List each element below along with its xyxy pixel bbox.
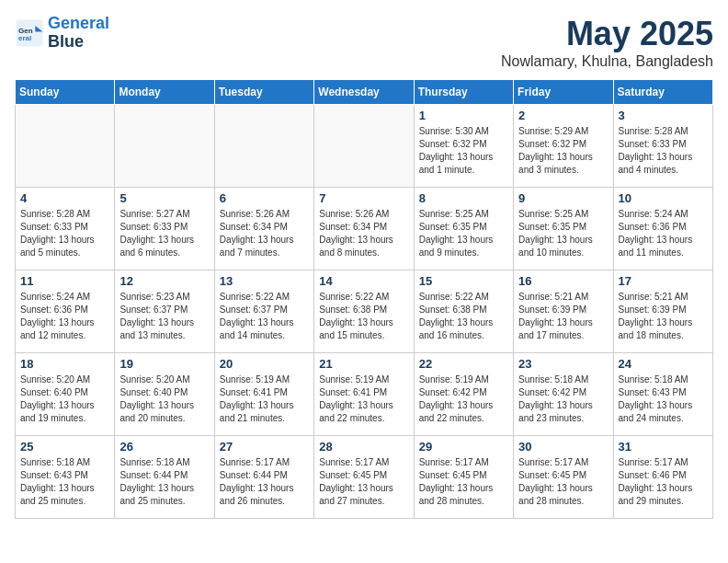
day-number: 7 — [319, 191, 408, 205]
day-info: Sunrise: 5:19 AM Sunset: 6:41 PM Dayligh… — [220, 373, 309, 425]
day-cell-11: 11Sunrise: 5:24 AM Sunset: 6:36 PM Dayli… — [16, 270, 115, 353]
day-cell-20: 20Sunrise: 5:19 AM Sunset: 6:41 PM Dayli… — [214, 353, 313, 436]
empty-cell — [214, 105, 313, 188]
day-cell-6: 6Sunrise: 5:26 AM Sunset: 6:34 PM Daylig… — [214, 188, 313, 270]
day-number: 27 — [220, 440, 309, 454]
day-number: 16 — [518, 274, 608, 288]
day-info: Sunrise: 5:24 AM Sunset: 6:36 PM Dayligh… — [619, 208, 708, 259]
day-cell-29: 29Sunrise: 5:17 AM Sunset: 6:45 PM Dayli… — [414, 436, 513, 519]
day-number: 22 — [419, 357, 508, 371]
day-cell-27: 27Sunrise: 5:17 AM Sunset: 6:44 PM Dayli… — [214, 436, 313, 519]
month-title: May 2025 — [501, 15, 713, 53]
day-info: Sunrise: 5:19 AM Sunset: 6:41 PM Dayligh… — [319, 373, 408, 425]
day-cell-15: 15Sunrise: 5:22 AM Sunset: 6:38 PM Dayli… — [414, 270, 513, 353]
day-info: Sunrise: 5:23 AM Sunset: 6:37 PM Dayligh… — [119, 291, 209, 342]
day-cell-21: 21Sunrise: 5:19 AM Sunset: 6:41 PM Dayli… — [314, 353, 414, 436]
day-cell-2: 2Sunrise: 5:29 AM Sunset: 6:32 PM Daylig… — [514, 105, 613, 188]
day-info: Sunrise: 5:21 AM Sunset: 6:39 PM Dayligh… — [518, 291, 608, 342]
day-info: Sunrise: 5:18 AM Sunset: 6:42 PM Dayligh… — [518, 373, 608, 425]
day-info: Sunrise: 5:17 AM Sunset: 6:45 PM Dayligh… — [319, 456, 408, 508]
day-cell-30: 30Sunrise: 5:17 AM Sunset: 6:45 PM Dayli… — [514, 436, 613, 519]
day-info: Sunrise: 5:25 AM Sunset: 6:35 PM Dayligh… — [518, 208, 608, 259]
day-cell-14: 14Sunrise: 5:22 AM Sunset: 6:38 PM Dayli… — [314, 270, 414, 353]
day-number: 31 — [619, 440, 708, 454]
day-number: 15 — [419, 274, 508, 288]
day-header-wednesday: Wednesday — [314, 80, 414, 105]
logo-text-line2: Blue — [48, 33, 109, 52]
day-info: Sunrise: 5:25 AM Sunset: 6:35 PM Dayligh… — [419, 208, 508, 259]
day-cell-18: 18Sunrise: 5:20 AM Sunset: 6:40 PM Dayli… — [16, 353, 115, 436]
day-number: 17 — [619, 274, 708, 288]
day-cell-22: 22Sunrise: 5:19 AM Sunset: 6:42 PM Dayli… — [414, 353, 513, 436]
day-number: 9 — [518, 191, 608, 205]
day-number: 21 — [319, 357, 408, 371]
day-cell-13: 13Sunrise: 5:22 AM Sunset: 6:37 PM Dayli… — [214, 270, 313, 353]
day-info: Sunrise: 5:28 AM Sunset: 6:33 PM Dayligh… — [619, 125, 708, 177]
day-number: 23 — [518, 357, 608, 371]
title-block: May 2025 Nowlamary, Khulna, Bangladesh — [501, 15, 713, 70]
empty-cell — [314, 105, 414, 188]
day-cell-26: 26Sunrise: 5:18 AM Sunset: 6:44 PM Dayli… — [115, 436, 214, 519]
day-number: 19 — [119, 357, 209, 371]
page-header: Gen eral General Blue May 2025 Nowlamary… — [15, 15, 713, 70]
day-number: 20 — [220, 357, 309, 371]
day-number: 10 — [619, 191, 708, 205]
day-cell-9: 9Sunrise: 5:25 AM Sunset: 6:35 PM Daylig… — [514, 188, 613, 270]
day-header-thursday: Thursday — [414, 80, 513, 105]
day-header-monday: Monday — [115, 80, 214, 105]
day-cell-23: 23Sunrise: 5:18 AM Sunset: 6:42 PM Dayli… — [514, 353, 613, 436]
day-cell-5: 5Sunrise: 5:27 AM Sunset: 6:33 PM Daylig… — [115, 188, 214, 270]
empty-cell — [115, 105, 214, 188]
day-info: Sunrise: 5:18 AM Sunset: 6:43 PM Dayligh… — [619, 373, 708, 425]
day-cell-12: 12Sunrise: 5:23 AM Sunset: 6:37 PM Dayli… — [115, 270, 214, 353]
day-header-saturday: Saturday — [613, 80, 712, 105]
day-info: Sunrise: 5:26 AM Sunset: 6:34 PM Dayligh… — [220, 208, 309, 259]
empty-cell — [16, 105, 115, 188]
day-info: Sunrise: 5:26 AM Sunset: 6:34 PM Dayligh… — [319, 208, 408, 259]
day-cell-19: 19Sunrise: 5:20 AM Sunset: 6:40 PM Dayli… — [115, 353, 214, 436]
day-cell-24: 24Sunrise: 5:18 AM Sunset: 6:43 PM Dayli… — [613, 353, 712, 436]
day-header-friday: Friday — [514, 80, 613, 105]
day-info: Sunrise: 5:17 AM Sunset: 6:44 PM Dayligh… — [220, 456, 309, 508]
calendar-week-1: 1Sunrise: 5:30 AM Sunset: 6:32 PM Daylig… — [16, 105, 713, 188]
day-number: 18 — [20, 357, 109, 371]
day-number: 11 — [20, 274, 109, 288]
calendar-week-2: 4Sunrise: 5:28 AM Sunset: 6:33 PM Daylig… — [16, 188, 713, 270]
day-cell-16: 16Sunrise: 5:21 AM Sunset: 6:39 PM Dayli… — [514, 270, 613, 353]
day-cell-28: 28Sunrise: 5:17 AM Sunset: 6:45 PM Dayli… — [314, 436, 414, 519]
day-number: 6 — [220, 191, 309, 205]
logo: Gen eral General Blue — [15, 15, 109, 52]
day-info: Sunrise: 5:22 AM Sunset: 6:38 PM Dayligh… — [419, 291, 508, 342]
day-number: 26 — [119, 440, 209, 454]
day-cell-10: 10Sunrise: 5:24 AM Sunset: 6:36 PM Dayli… — [613, 188, 712, 270]
day-cell-8: 8Sunrise: 5:25 AM Sunset: 6:35 PM Daylig… — [414, 188, 513, 270]
calendar-table: SundayMondayTuesdayWednesdayThursdayFrid… — [15, 79, 713, 519]
day-header-tuesday: Tuesday — [214, 80, 313, 105]
day-cell-7: 7Sunrise: 5:26 AM Sunset: 6:34 PM Daylig… — [314, 188, 414, 270]
day-number: 29 — [419, 440, 508, 454]
day-number: 3 — [619, 109, 708, 122]
day-number: 30 — [518, 440, 608, 454]
day-cell-25: 25Sunrise: 5:18 AM Sunset: 6:43 PM Dayli… — [16, 436, 115, 519]
day-info: Sunrise: 5:17 AM Sunset: 6:46 PM Dayligh… — [619, 456, 708, 508]
day-header-sunday: Sunday — [16, 80, 115, 105]
day-info: Sunrise: 5:19 AM Sunset: 6:42 PM Dayligh… — [419, 373, 508, 425]
day-number: 4 — [20, 191, 109, 205]
day-number: 13 — [220, 274, 309, 288]
day-cell-31: 31Sunrise: 5:17 AM Sunset: 6:46 PM Dayli… — [613, 436, 712, 519]
day-number: 1 — [419, 109, 508, 122]
logo-text-line1: General — [48, 15, 109, 33]
day-info: Sunrise: 5:18 AM Sunset: 6:44 PM Dayligh… — [119, 456, 209, 508]
day-info: Sunrise: 5:18 AM Sunset: 6:43 PM Dayligh… — [20, 456, 109, 508]
day-number: 8 — [419, 191, 508, 205]
day-number: 14 — [319, 274, 408, 288]
location-subtitle: Nowlamary, Khulna, Bangladesh — [501, 53, 713, 70]
day-info: Sunrise: 5:21 AM Sunset: 6:39 PM Dayligh… — [619, 291, 708, 342]
calendar-week-4: 18Sunrise: 5:20 AM Sunset: 6:40 PM Dayli… — [16, 353, 713, 436]
day-info: Sunrise: 5:20 AM Sunset: 6:40 PM Dayligh… — [119, 373, 209, 425]
day-number: 24 — [619, 357, 708, 371]
day-number: 25 — [20, 440, 109, 454]
day-info: Sunrise: 5:29 AM Sunset: 6:32 PM Dayligh… — [518, 125, 608, 177]
day-info: Sunrise: 5:30 AM Sunset: 6:32 PM Dayligh… — [419, 125, 508, 177]
calendar-header-row: SundayMondayTuesdayWednesdayThursdayFrid… — [16, 80, 713, 105]
